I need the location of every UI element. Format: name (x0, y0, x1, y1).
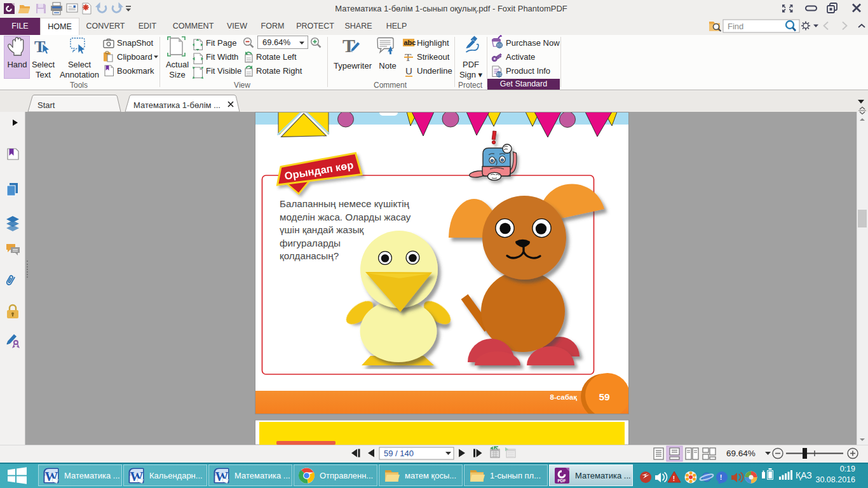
svg-text:8-сабақ: 8-сабақ (550, 393, 578, 401)
svg-text:!: ! (720, 473, 722, 481)
svg-text:abc: abc (404, 39, 416, 46)
svg-text:моделін жаса. Оларды жасау: моделін жаса. Оларды жасау (280, 212, 411, 222)
svg-text:!: ! (673, 475, 675, 482)
svg-text:Find: Find (728, 22, 743, 31)
svg-text:Start: Start (37, 100, 55, 110)
svg-text:59: 59 (599, 391, 610, 402)
svg-text:фигураларды: фигураларды (280, 238, 341, 248)
svg-text:PDF: PDF (558, 478, 566, 483)
svg-text:69.64%: 69.64% (726, 449, 756, 458)
svg-text:U: U (405, 65, 412, 76)
svg-text:Балапанның немесе күшіктің: Балапанның немесе күшіктің (280, 198, 410, 209)
svg-text:59 / 140: 59 / 140 (384, 449, 414, 458)
svg-text:Математика 1-бөлім ...: Математика 1-бөлім ... (133, 100, 220, 110)
svg-text:қолданасың?: қолданасың? (280, 250, 339, 261)
svg-text:үшін қандай жазық: үшін қандай жазық (280, 224, 364, 235)
svg-text:T: T (342, 35, 355, 56)
